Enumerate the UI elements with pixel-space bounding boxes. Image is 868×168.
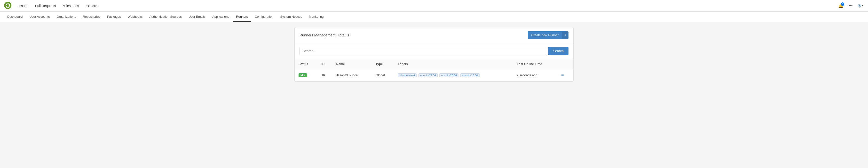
top-nav-links: Issues Pull Requests Milestones Explore: [16, 2, 837, 9]
table-header-row: Status ID Name Type Labels Last Online T…: [294, 59, 574, 69]
card-title: Runners Management (Total: 1): [300, 33, 351, 37]
label-ubuntu-2204[interactable]: ubuntu-22.04: [418, 73, 438, 77]
admin-nav-runners[interactable]: Runners: [232, 12, 251, 22]
admin-navbar: Dashboard User Accounts Organizations Re…: [0, 12, 868, 22]
create-runner-button[interactable]: Create new Runner: [528, 31, 562, 39]
admin-nav-auth-sources[interactable]: Authentication Sources: [146, 12, 185, 22]
search-input[interactable]: [300, 47, 546, 55]
admin-nav-user-accounts[interactable]: User Accounts: [26, 12, 53, 22]
user-settings-button[interactable]: ✳ ▾: [856, 2, 864, 10]
admin-nav-system-notices[interactable]: System Notices: [277, 12, 306, 22]
search-button[interactable]: Search: [548, 47, 568, 55]
add-button[interactable]: + ▾: [847, 2, 855, 10]
col-id: ID: [317, 59, 332, 69]
nav-explore[interactable]: Explore: [83, 2, 100, 9]
svg-point-1: [6, 7, 8, 8]
logo[interactable]: [4, 1, 12, 10]
admin-nav-packages[interactable]: Packages: [104, 12, 124, 22]
col-status: Status: [294, 59, 317, 69]
create-runner-dropdown: Create new Runner ▾: [528, 31, 568, 39]
notification-badge: 6: [841, 2, 844, 6]
edit-runner-button[interactable]: ✏: [560, 72, 565, 78]
admin-nav-applications[interactable]: Applications: [209, 12, 232, 22]
svg-point-2: [8, 7, 9, 8]
label-ubuntu-latest[interactable]: ubuntu-latest: [398, 73, 417, 77]
status-badge: Idle: [299, 73, 307, 77]
col-actions: [556, 59, 574, 69]
cell-name: JasonMBP.local: [333, 69, 372, 82]
admin-nav-organizations[interactable]: Organizations: [53, 12, 79, 22]
page-content: Runners Management (Total: 1) Create new…: [289, 22, 579, 86]
cell-id: 16: [317, 69, 332, 82]
top-navbar: Issues Pull Requests Milestones Explore …: [0, 0, 868, 12]
notifications-button[interactable]: 🔔 6: [837, 2, 845, 10]
pencil-icon: ✏: [561, 73, 564, 77]
snowflake-icon: ✳: [858, 3, 862, 9]
cell-status: Idle: [294, 69, 317, 82]
nav-milestones[interactable]: Milestones: [60, 2, 82, 9]
table-row: Idle 16 JasonMBP.local Global ubuntu-lat…: [294, 69, 574, 82]
col-last-online: Last Online Time: [513, 59, 557, 69]
admin-nav-webhooks[interactable]: Webhooks: [124, 12, 146, 22]
svg-point-0: [4, 2, 11, 9]
admin-nav-configuration[interactable]: Configuration: [251, 12, 277, 22]
col-name: Name: [333, 59, 372, 69]
admin-nav-user-emails[interactable]: User Emails: [185, 12, 209, 22]
admin-nav-list: Dashboard User Accounts Organizations Re…: [4, 12, 327, 22]
col-type: Type: [372, 59, 394, 69]
search-bar: Search: [294, 43, 574, 59]
admin-nav-monitoring[interactable]: Monitoring: [306, 12, 327, 22]
cell-actions: ✏: [556, 69, 574, 82]
top-nav-right: 🔔 6 + ▾ ✳ ▾: [837, 2, 864, 10]
admin-nav-repositories[interactable]: Repositories: [80, 12, 104, 22]
cell-labels: ubuntu-latest ubuntu-22.04 ubuntu-20.04 …: [394, 69, 513, 82]
col-labels: Labels: [394, 59, 513, 69]
nav-issues[interactable]: Issues: [16, 2, 31, 9]
cell-type: Global: [372, 69, 394, 82]
runners-card: Runners Management (Total: 1) Create new…: [294, 27, 574, 82]
admin-nav-dashboard[interactable]: Dashboard: [4, 12, 26, 22]
label-ubuntu-2004[interactable]: ubuntu-20.04: [439, 73, 459, 77]
card-header: Runners Management (Total: 1) Create new…: [294, 27, 574, 43]
runners-table: Status ID Name Type Labels Last Online T…: [294, 59, 574, 81]
create-runner-caret[interactable]: ▾: [562, 32, 568, 38]
nav-pull-requests[interactable]: Pull Requests: [32, 2, 59, 9]
cell-last-online: 2 seconds ago: [513, 69, 557, 82]
label-ubuntu-1804[interactable]: ubuntu-18.04: [460, 73, 479, 77]
